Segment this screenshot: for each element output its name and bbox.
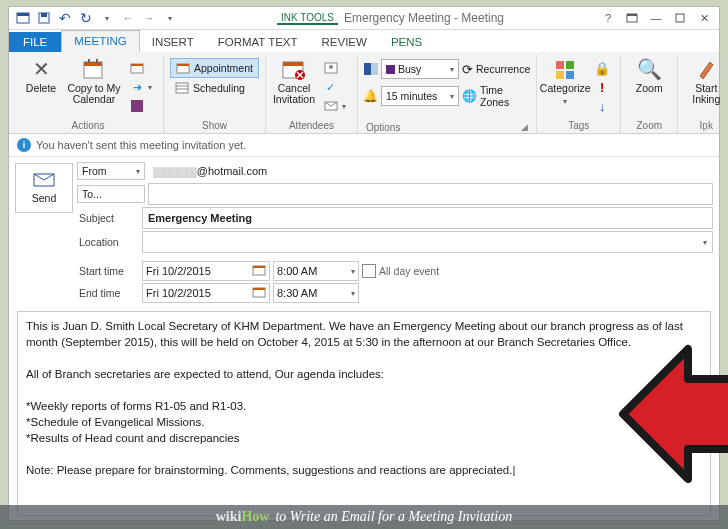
send-icon bbox=[33, 173, 55, 189]
save-icon[interactable] bbox=[34, 9, 54, 27]
check-names-icon[interactable]: ✓ bbox=[319, 78, 351, 96]
body-text: This is Juan D. Smith Local Secretary of… bbox=[26, 318, 702, 478]
article-title: to Write an Email for a Meeting Invitati… bbox=[275, 509, 512, 525]
reminder-select[interactable]: 15 minutes▾ bbox=[381, 86, 459, 106]
recurrence-button[interactable]: ⟳Recurrence bbox=[462, 62, 530, 77]
svg-rect-30 bbox=[566, 61, 574, 69]
delete-button[interactable]: ✕Delete bbox=[19, 55, 63, 94]
ribbon-display-icon[interactable] bbox=[621, 9, 643, 27]
globe-icon: 🌐 bbox=[462, 89, 477, 103]
quick-access-toolbar: ↶ ↻ ▾ ← → ▾ bbox=[9, 9, 184, 27]
delete-icon: ✕ bbox=[27, 57, 55, 81]
svg-point-25 bbox=[329, 65, 333, 69]
qat-more-icon[interactable]: ▾ bbox=[97, 9, 117, 27]
tab-insert[interactable]: INSERT bbox=[140, 32, 206, 52]
subject-input[interactable]: Emergency Meeting bbox=[142, 207, 713, 229]
group-zoom: 🔍Zoom Zoom bbox=[621, 55, 678, 133]
message-body[interactable]: This is Juan D. Smith Local Secretary of… bbox=[17, 311, 711, 516]
undo-icon[interactable]: ↶ bbox=[55, 9, 75, 27]
response-options-icon[interactable]: ▾ bbox=[319, 97, 351, 115]
zoom-button[interactable]: 🔍Zoom bbox=[627, 55, 671, 94]
timezones-button[interactable]: 🌐Time Zones bbox=[462, 84, 530, 108]
options-launcher-icon[interactable]: ◢ bbox=[521, 122, 528, 133]
low-importance-icon[interactable]: ↓ bbox=[590, 97, 614, 115]
cancel-invitation-button[interactable]: Cancel Invitation bbox=[272, 55, 316, 105]
svg-rect-10 bbox=[96, 59, 98, 63]
appointment-button[interactable]: Appointment bbox=[170, 58, 259, 78]
send-button[interactable]: Send bbox=[15, 163, 73, 213]
start-date-picker[interactable]: Fri 10/2/2015 bbox=[142, 261, 270, 281]
appointment-icon bbox=[176, 61, 190, 75]
address-book-icon[interactable] bbox=[319, 59, 351, 77]
tab-format-text[interactable]: FORMAT TEXT bbox=[206, 32, 310, 52]
svg-rect-8 bbox=[84, 62, 102, 66]
svg-rect-5 bbox=[627, 14, 637, 16]
group-tags: Categorize▾ 🔒 ! ↓ Tags bbox=[537, 55, 621, 133]
help-icon[interactable]: ? bbox=[597, 9, 619, 27]
maximize-icon[interactable] bbox=[669, 9, 691, 27]
contextual-tab-label: INK TOOLS bbox=[277, 12, 338, 25]
forward-icon[interactable]: → bbox=[139, 9, 159, 27]
scheduling-button[interactable]: Scheduling bbox=[170, 79, 259, 97]
svg-rect-27 bbox=[364, 63, 371, 75]
svg-rect-35 bbox=[253, 266, 265, 268]
titlebar: ↶ ↻ ▾ ← → ▾ INK TOOLS Emergency Meeting … bbox=[9, 7, 719, 30]
ribbon-tabs: FILE MEETING INSERT FORMAT TEXT REVIEW P… bbox=[9, 30, 719, 52]
recurrence-icon: ⟳ bbox=[462, 62, 473, 77]
tab-file[interactable]: FILE bbox=[9, 32, 61, 52]
svg-rect-15 bbox=[177, 64, 189, 66]
forward-small-icon[interactable]: ➜▾ bbox=[125, 78, 157, 96]
start-time-label: Start time bbox=[77, 265, 139, 277]
calendar-picker-icon bbox=[252, 264, 266, 278]
calendar-small-icon[interactable] bbox=[125, 59, 157, 77]
private-icon[interactable]: 🔒 bbox=[590, 59, 614, 77]
to-button[interactable]: To... bbox=[77, 185, 145, 203]
svg-rect-12 bbox=[131, 64, 143, 66]
tab-review[interactable]: REVIEW bbox=[310, 32, 379, 52]
from-button[interactable]: From▾ bbox=[77, 162, 145, 180]
calendar-picker-icon bbox=[252, 286, 266, 300]
allday-checkbox[interactable] bbox=[362, 264, 376, 278]
to-input[interactable] bbox=[148, 183, 713, 205]
info-bar: i You haven't sent this meeting invitati… bbox=[9, 134, 719, 157]
location-input[interactable]: ▾ bbox=[142, 231, 713, 253]
end-time-picker[interactable]: 8:30 AM▾ bbox=[273, 283, 359, 303]
close-icon[interactable]: ✕ bbox=[693, 9, 715, 27]
minimize-icon[interactable]: — bbox=[645, 9, 667, 27]
qat-customize-icon[interactable]: ▾ bbox=[160, 9, 180, 27]
title-center: INK TOOLS Emergency Meeting - Meeting bbox=[184, 11, 597, 25]
back-icon[interactable]: ← bbox=[118, 9, 138, 27]
ribbon: ✕Delete Copy to My Calendar ➜▾ Actions A… bbox=[9, 52, 719, 134]
tab-meeting[interactable]: MEETING bbox=[61, 30, 139, 52]
high-importance-icon[interactable]: ! bbox=[590, 78, 614, 96]
svg-rect-32 bbox=[566, 71, 574, 79]
svg-rect-16 bbox=[176, 83, 188, 93]
wikihow-caption: wikiHow to Write an Email for a Meeting … bbox=[0, 505, 728, 529]
redo-icon[interactable]: ↻ bbox=[76, 9, 96, 27]
categorize-button[interactable]: Categorize▾ bbox=[543, 55, 587, 107]
svg-rect-3 bbox=[41, 13, 47, 17]
tab-pens[interactable]: PENS bbox=[379, 32, 434, 52]
svg-rect-37 bbox=[253, 288, 265, 290]
start-inking-button[interactable]: Start Inking bbox=[684, 55, 728, 105]
pen-icon bbox=[692, 57, 720, 81]
categorize-icon bbox=[551, 57, 579, 81]
actions-more: ➜▾ bbox=[125, 55, 157, 115]
info-icon: i bbox=[17, 138, 31, 152]
cancel-invitation-icon bbox=[280, 57, 308, 81]
calendar-icon bbox=[80, 57, 108, 81]
outlook-meeting-window: ↶ ↻ ▾ ← → ▾ INK TOOLS Emergency Meeting … bbox=[8, 6, 720, 521]
app-icon[interactable] bbox=[13, 9, 33, 27]
collapse-ribbon-icon[interactable]: ˄ bbox=[702, 127, 707, 138]
show-as-select[interactable]: Busy▾ bbox=[381, 59, 459, 79]
svg-rect-31 bbox=[556, 71, 564, 79]
end-date-picker[interactable]: Fri 10/2/2015 bbox=[142, 283, 270, 303]
onenote-small-icon[interactable] bbox=[125, 97, 157, 115]
svg-rect-29 bbox=[556, 61, 564, 69]
group-attendees: Cancel Invitation ✓ ▾ Attendees bbox=[266, 55, 358, 133]
svg-rect-1 bbox=[17, 13, 29, 16]
start-time-picker[interactable]: 8:00 AM▾ bbox=[273, 261, 359, 281]
copy-to-calendar-button[interactable]: Copy to My Calendar bbox=[66, 55, 122, 105]
group-show: Appointment Scheduling Show bbox=[164, 55, 266, 133]
svg-rect-9 bbox=[88, 59, 90, 63]
